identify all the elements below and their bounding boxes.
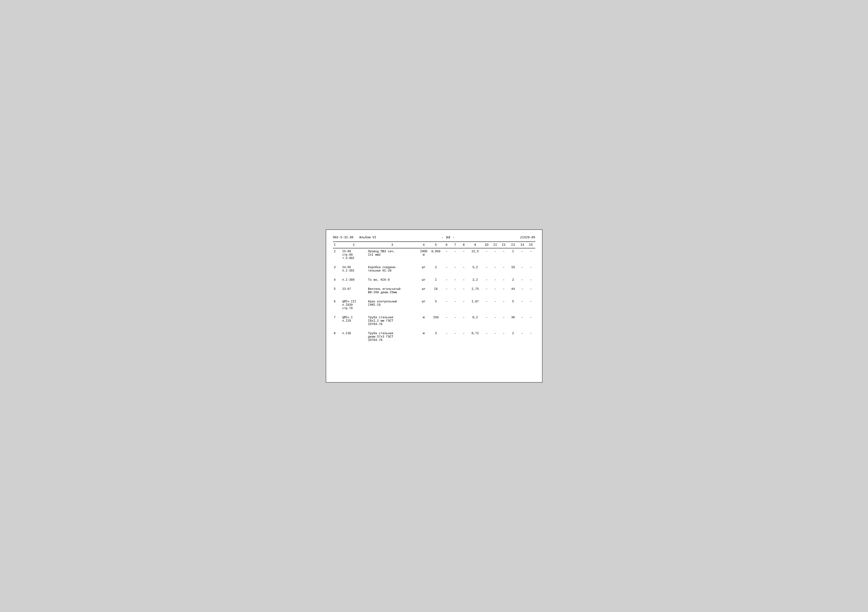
cell-2-8: 2,2: [468, 277, 482, 283]
col-header-11: II: [491, 242, 499, 248]
spacer-row: [333, 283, 535, 286]
table-row: 4п.I-389То же, КСК-8штI–––2,2–––2––: [333, 277, 535, 283]
cell-2-13: –: [518, 277, 527, 283]
cell-5-0: 7: [333, 315, 341, 327]
cell-0-13: –: [518, 248, 527, 262]
cell-6-1: п.I38: [341, 330, 367, 343]
cell-1-1: 24-05 п.I-39I: [341, 264, 367, 274]
cell-1-14: –: [527, 264, 535, 274]
cell-2-3: шт: [418, 277, 429, 283]
cell-3-4: I6: [429, 286, 442, 296]
cell-3-8: 2,75: [468, 286, 482, 296]
cell-5-14: –: [527, 315, 535, 327]
cell-6-5: –: [442, 330, 451, 343]
col-header-14: I4: [518, 242, 527, 248]
cell-0-1: I5-09 стр.88 т.5-00I: [341, 248, 367, 262]
cell-4-11: –: [499, 299, 508, 311]
cell-5-4: I50: [429, 315, 442, 327]
cell-3-1: 23-07: [341, 286, 367, 296]
cell-3-5: –: [442, 286, 451, 296]
cell-6-10: –: [491, 330, 499, 343]
col-header-12: I2: [499, 242, 508, 248]
cell-6-3: м: [418, 330, 429, 343]
col-header-15: I5: [527, 242, 535, 248]
cell-2-11: –: [499, 277, 508, 283]
cell-5-11: –: [499, 315, 508, 327]
cell-5-12: 30: [508, 315, 518, 327]
cell-4-14: –: [527, 299, 535, 311]
table-header-row: I 2 3 4 5 6 7 8 9 IO II I2 I3 I4 I5: [333, 242, 535, 248]
col-header-10: IO: [482, 242, 491, 248]
cell-0-14: –: [527, 248, 535, 262]
page-header: 902-5-32.86 Альбом VI - 99 - 21529-05: [333, 236, 535, 240]
cell-4-13: –: [518, 299, 527, 311]
cell-5-1: ЦМIч.I п.I29: [341, 315, 367, 327]
cell-1-0: 3: [333, 264, 341, 274]
col-header-5: 5: [429, 242, 442, 248]
cell-3-6: –: [451, 286, 459, 296]
spacer-row: [333, 274, 535, 277]
cell-0-3: IOOO м: [418, 248, 429, 262]
cell-4-12: 5: [508, 299, 518, 311]
cell-2-0: 4: [333, 277, 341, 283]
col-header-3: 3: [366, 242, 418, 248]
table-row: 6ЦМIч.III п.I039 стр.78Кран контрольный …: [333, 299, 535, 311]
header-center: - 99 -: [441, 236, 455, 240]
cell-3-9: –: [482, 286, 491, 296]
cell-1-9: –: [482, 264, 491, 274]
cell-5-9: –: [482, 315, 491, 327]
cell-1-11: –: [499, 264, 508, 274]
cell-2-4: I: [429, 277, 442, 283]
cell-4-5: –: [442, 299, 451, 311]
col-header-9: 9: [468, 242, 482, 248]
cell-2-1: п.I-389: [341, 277, 367, 283]
spacer-row: [333, 327, 535, 330]
cell-6-8: 0,72: [468, 330, 482, 343]
cell-0-10: –: [491, 248, 499, 262]
cell-0-12: I: [508, 248, 518, 262]
cell-3-13: –: [518, 286, 527, 296]
cell-1-4: 2: [429, 264, 442, 274]
cell-1-6: –: [451, 264, 459, 274]
cell-6-2: Труба стальная диам.57x3 ГОСТ IO704-76: [366, 330, 418, 343]
cell-1-5: –: [442, 264, 451, 274]
table-row: 2I5-09 стр.88 т.5-00IПровод ПВЗ сеч. IxI…: [333, 248, 535, 262]
cell-4-1: ЦМIч.III п.I039 стр.78: [341, 299, 367, 311]
table-row: 7ЦМIч.I п.I29Труба стальная I8xI,2 мм ГО…: [333, 315, 535, 327]
cell-3-14: –: [527, 286, 535, 296]
cell-1-8: 5,2: [468, 264, 482, 274]
cell-5-7: –: [459, 315, 468, 327]
page: 902-5-32.86 Альбом VI - 99 - 21529-05 I …: [326, 229, 542, 383]
cell-5-3: м: [418, 315, 429, 327]
cell-0-11: –: [499, 248, 508, 262]
cell-3-12: 44: [508, 286, 518, 296]
cell-4-8: I,07: [468, 299, 482, 311]
cell-0-6: –: [451, 248, 459, 262]
cell-0-9: –: [482, 248, 491, 262]
cell-2-14: –: [527, 277, 535, 283]
cell-2-12: 2: [508, 277, 518, 283]
header-left: 902-5-32.86 Альбом VI: [333, 236, 376, 239]
cell-3-0: 5: [333, 286, 341, 296]
cell-0-0: 2: [333, 248, 341, 262]
cell-2-2: То же, КСК-8: [366, 277, 418, 283]
cell-6-12: 2: [508, 330, 518, 343]
col-header-13: I3: [508, 242, 518, 248]
col-header-1: I: [333, 242, 341, 248]
cell-5-13: –: [518, 315, 527, 327]
cell-3-7: –: [459, 286, 468, 296]
cell-5-2: Труба стальная I8xI,2 мм ГОСТ IO704-76: [366, 315, 418, 327]
cell-2-5: –: [442, 277, 451, 283]
cell-2-6: –: [451, 277, 459, 283]
cell-6-6: –: [451, 330, 459, 343]
cell-1-12: IO: [508, 264, 518, 274]
header-album: Альбом VI: [359, 236, 376, 239]
cell-1-10: –: [491, 264, 499, 274]
cell-0-5: –: [442, 248, 451, 262]
spacer-row: [333, 262, 535, 264]
cell-6-11: –: [499, 330, 508, 343]
cell-0-2: Провод ПВЗ сеч. IxI мм2: [366, 248, 418, 262]
col-header-4: 4: [418, 242, 429, 248]
cell-4-10: –: [491, 299, 499, 311]
main-table: I 2 3 4 5 6 7 8 9 IO II I2 I3 I4 I5 2I5-…: [333, 242, 535, 343]
